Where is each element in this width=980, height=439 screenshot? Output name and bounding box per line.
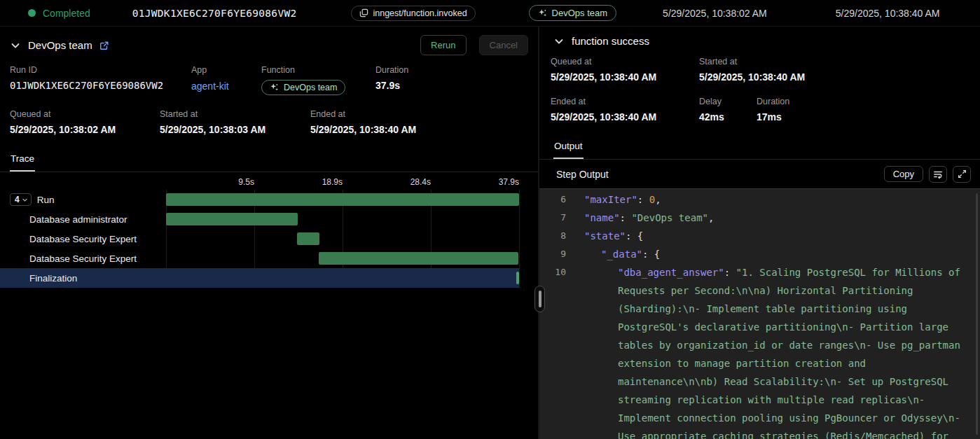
panel-resize-handle[interactable] bbox=[534, 286, 545, 312]
code-token-p: : bbox=[620, 212, 632, 223]
rerun-button[interactable]: Rerun bbox=[420, 35, 466, 55]
event-badge[interactable]: inngest/function.invoked bbox=[351, 6, 475, 21]
trace-row-gutter: Finalization bbox=[0, 273, 166, 284]
left-panel-title: DevOps team bbox=[28, 39, 92, 51]
duration-field: Duration 37.9s bbox=[375, 65, 408, 95]
code-token-p: : { bbox=[626, 230, 643, 242]
right-panel-title: function success bbox=[572, 35, 649, 47]
run-id-field: Run ID 01JWDK1XE6C270F6YE69086VW2 bbox=[10, 65, 191, 95]
code-token-p: : { bbox=[642, 249, 660, 260]
started-at-field: Started at 5/29/2025, 10:38:03 AM bbox=[160, 109, 310, 135]
gridline bbox=[519, 190, 520, 288]
trace-row[interactable]: 4Run bbox=[0, 190, 519, 209]
code-line: 8"state": { bbox=[539, 227, 980, 245]
code-content: "name": "DevOps team", bbox=[566, 209, 980, 227]
panel-resize-grip bbox=[539, 291, 541, 307]
code-token-p: : bbox=[724, 267, 736, 278]
app-field: App agent-kit bbox=[191, 65, 261, 95]
queued-at-field: Queued at 5/29/2025, 10:38:02 AM bbox=[10, 109, 160, 135]
line-number: 9 bbox=[539, 245, 566, 263]
step-output-code[interactable]: 6"maxIter": 0,7"name": "DevOps team",8"s… bbox=[539, 188, 980, 439]
step-ended-at-field: Ended at 5/29/2025, 10:38:40 AM bbox=[551, 97, 699, 123]
step-queued-at-field: Queued at 5/29/2025, 10:38:40 AM bbox=[551, 57, 699, 83]
trace-row-chart bbox=[166, 268, 519, 288]
code-lines: 6"maxIter": 0,7"name": "DevOps team",8"s… bbox=[539, 190, 980, 439]
chevron-down-icon[interactable] bbox=[553, 36, 565, 47]
trace-row-chart bbox=[166, 229, 519, 249]
code-token-num: 0 bbox=[649, 194, 655, 205]
trace-row[interactable]: Database Security Expert bbox=[0, 229, 519, 249]
step-ended-at-label: Ended at bbox=[551, 97, 699, 106]
top-run-id: 01JWDK1XE6C270F6YE69086VW2 bbox=[132, 8, 297, 19]
app-label: App bbox=[191, 65, 261, 75]
left-tabs: Trace bbox=[0, 151, 538, 172]
tab-output[interactable]: Output bbox=[553, 138, 584, 159]
started-at-label: Started at bbox=[160, 109, 310, 119]
top-bar: Completed 01JWDK1XE6C270F6YE69086VW2 inn… bbox=[0, 0, 980, 27]
code-token-key: "state" bbox=[584, 230, 626, 242]
code-token-key: "maxIter" bbox=[584, 194, 637, 205]
cancel-button[interactable]: Cancel bbox=[479, 35, 528, 55]
trace-row-gutter: Database Security Expert bbox=[0, 234, 166, 244]
word-wrap-icon[interactable] bbox=[929, 166, 947, 183]
queued-at-label: Queued at bbox=[10, 109, 160, 119]
trace-row-chart bbox=[166, 209, 519, 229]
code-token-p: , bbox=[708, 212, 714, 223]
code-line: 9"_data": { bbox=[539, 245, 980, 263]
chevron-down-icon[interactable] bbox=[10, 40, 21, 51]
code-content: "_data": { bbox=[566, 245, 980, 263]
ended-at-field: Ended at 5/29/2025, 10:38:40 AM bbox=[310, 109, 416, 135]
trace-span-bar[interactable] bbox=[166, 193, 519, 206]
code-line: 10"dba_agent_answer": "1. Scaling Postgr… bbox=[539, 263, 980, 439]
expand-icon[interactable] bbox=[953, 166, 971, 183]
code-token-p: : bbox=[637, 194, 649, 205]
code-token-str: "DevOps team" bbox=[631, 212, 708, 223]
code-token-str: "1. Scaling PostgreSQL for Millions of R… bbox=[618, 267, 972, 439]
step-output-header: Step Output Copy bbox=[539, 160, 980, 188]
step-duration-value: 17ms bbox=[757, 111, 789, 123]
function-label: Function bbox=[261, 65, 375, 75]
trace-rows: 4RunDatabase administratorDatabase Secur… bbox=[0, 190, 519, 288]
line-number: 6 bbox=[539, 190, 566, 209]
trace-row[interactable]: Finalization bbox=[0, 268, 519, 288]
trace-span-bar[interactable] bbox=[516, 272, 519, 284]
function-badge-top[interactable]: DevOps team bbox=[529, 5, 616, 21]
copy-button[interactable]: Copy bbox=[884, 166, 923, 182]
trace-axis: 9.5s18.9s28.4s37.9s bbox=[166, 172, 519, 190]
trace-row[interactable]: Database administrator bbox=[0, 209, 519, 229]
function-badge-top-label: DevOps team bbox=[552, 8, 607, 18]
top-ended-timestamp: 5/29/2025, 10:38:40 AM bbox=[836, 8, 940, 19]
step-delay-value: 42ms bbox=[699, 111, 757, 123]
step-ended-at-value: 5/29/2025, 10:38:40 AM bbox=[551, 111, 699, 123]
trace-row-label: Database Security Expert bbox=[29, 234, 137, 244]
external-link-icon[interactable] bbox=[99, 41, 109, 50]
trace-span-bar[interactable] bbox=[319, 252, 518, 265]
line-number: 8 bbox=[539, 227, 566, 245]
step-output-title: Step Output bbox=[556, 169, 609, 180]
child-count-badge[interactable]: 4 bbox=[10, 193, 32, 206]
trace-row-chart bbox=[166, 249, 519, 268]
chevron-down-icon bbox=[22, 197, 28, 203]
code-content: "dba_agent_answer": "1. Scaling PostgreS… bbox=[566, 263, 980, 439]
trace-span-bar[interactable] bbox=[166, 213, 298, 225]
step-started-at-field: Started at 5/29/2025, 10:38:40 AM bbox=[699, 57, 805, 83]
left-panel-header: DevOps team Rerun Cancel bbox=[0, 27, 538, 62]
started-at-value: 5/29/2025, 10:38:03 AM bbox=[160, 124, 310, 135]
run-id-label: Run ID bbox=[10, 65, 191, 75]
status-text: Completed bbox=[43, 8, 90, 19]
code-scrollbar[interactable] bbox=[976, 193, 978, 435]
trace-span-bar[interactable] bbox=[297, 232, 319, 245]
sparkles-icon bbox=[538, 8, 548, 18]
tab-trace[interactable]: Trace bbox=[10, 151, 35, 172]
queued-at-value: 5/29/2025, 10:38:02 AM bbox=[10, 124, 160, 135]
app-link[interactable]: agent-kit bbox=[191, 81, 229, 92]
run-id-value: 01JWDK1XE6C270F6YE69086VW2 bbox=[10, 80, 191, 91]
trace-row[interactable]: Database Security Expert bbox=[0, 249, 519, 268]
trace-row-gutter: Database Security Expert bbox=[0, 253, 166, 264]
top-queued-timestamp: 5/29/2025, 10:38:02 AM bbox=[663, 8, 767, 19]
function-badge-detail[interactable]: DevOps team bbox=[261, 80, 345, 95]
step-detail-panel: function success Queued at 5/29/2025, 10… bbox=[539, 27, 980, 439]
trace-row-label: Finalization bbox=[29, 273, 77, 284]
function-field: Function DevOps team bbox=[261, 65, 375, 95]
event-badge-label: inngest/function.invoked bbox=[373, 8, 467, 18]
